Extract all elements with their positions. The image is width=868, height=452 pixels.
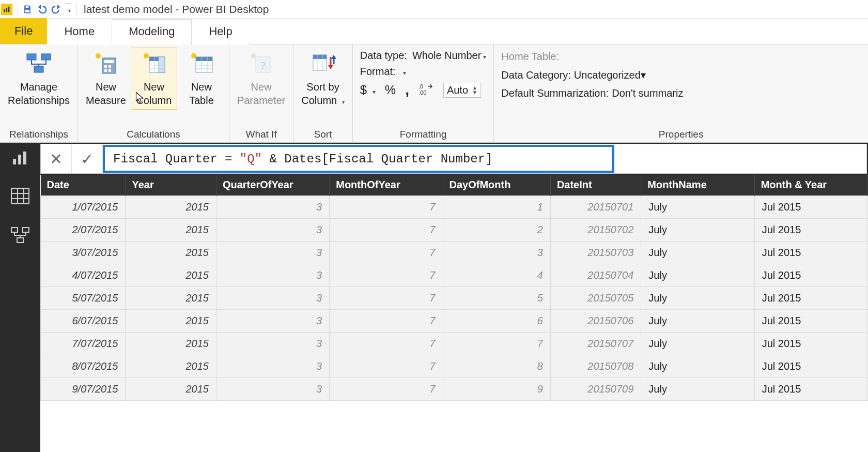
manage-relationships-button[interactable]: ManageRelationships	[4, 48, 73, 110]
col-header-monthyear[interactable]: Month & Year	[754, 175, 867, 195]
col-header-date[interactable]: Date	[41, 175, 126, 195]
cell-monthname[interactable]: July	[641, 309, 754, 332]
cell-monthname[interactable]: July	[641, 355, 754, 378]
cell-year[interactable]: 2015	[126, 195, 216, 218]
cell-monthyear[interactable]: Jul 2015	[754, 264, 867, 287]
col-header-monthofyear[interactable]: MonthOfYear	[330, 175, 443, 195]
new-parameter-button[interactable]: ? NewParameter	[234, 48, 289, 110]
model-view-button[interactable]	[7, 223, 33, 247]
cell-monthyear[interactable]: Jul 2015	[754, 218, 867, 241]
cell-monthname[interactable]: July	[641, 218, 754, 241]
cell-date[interactable]: 5/07/2015	[41, 287, 126, 309]
cell-date[interactable]: 2/07/2015	[41, 218, 126, 241]
cell-dateint[interactable]: 20150706	[550, 309, 641, 332]
cell-monthyear[interactable]: Jul 2015	[754, 241, 867, 264]
cell-monthyear[interactable]: Jul 2015	[754, 309, 867, 332]
cell-monthyear[interactable]: Jul 2015	[754, 287, 867, 309]
cell-monthname[interactable]: July	[641, 241, 754, 264]
cell-month[interactable]: 7	[330, 264, 443, 287]
tab-home[interactable]: Home	[47, 19, 112, 44]
data-grid[interactable]: Date Year QuarterOfYear MonthOfYear DayO…	[40, 175, 868, 452]
percent-button[interactable]: %	[385, 83, 396, 97]
cell-monthname[interactable]: July	[641, 264, 754, 287]
cell-quarter[interactable]: 3	[216, 332, 329, 355]
cell-dateint[interactable]: 20150708	[550, 355, 641, 378]
table-row[interactable]: 4/07/2015201537420150704JulyJul 2015	[41, 264, 868, 287]
redo-button[interactable]	[49, 2, 64, 17]
format-dropdown[interactable]: ▾	[401, 66, 406, 78]
cell-month[interactable]: 7	[330, 218, 443, 241]
cell-quarter[interactable]: 3	[216, 287, 329, 309]
cell-quarter[interactable]: 3	[216, 355, 329, 378]
cell-monthyear[interactable]: Jul 2015	[754, 195, 867, 218]
qat-customize-button[interactable]	[64, 2, 74, 17]
cell-quarter[interactable]: 3	[216, 378, 329, 400]
cell-month[interactable]: 7	[330, 378, 443, 400]
cell-date[interactable]: 4/07/2015	[41, 264, 126, 287]
cell-date[interactable]: 8/07/2015	[41, 355, 126, 378]
cell-date[interactable]: 9/07/2015	[41, 378, 126, 400]
cell-year[interactable]: 2015	[126, 241, 216, 264]
cell-dateint[interactable]: 20150707	[550, 332, 641, 355]
decimal-places-input[interactable]: Auto ▲▼	[443, 83, 481, 98]
cell-year[interactable]: 2015	[126, 309, 216, 332]
cell-monthname[interactable]: July	[641, 332, 754, 355]
cell-quarter[interactable]: 3	[216, 195, 329, 218]
formula-cancel-button[interactable]: ✕	[41, 144, 72, 173]
cell-day[interactable]: 3	[443, 241, 550, 264]
table-row[interactable]: 8/07/2015201537820150708JulyJul 2015	[41, 355, 868, 378]
col-header-monthname[interactable]: MonthName	[641, 175, 754, 195]
cell-date[interactable]: 1/07/2015	[41, 195, 126, 218]
cell-year[interactable]: 2015	[126, 264, 216, 287]
cell-date[interactable]: 6/07/2015	[41, 309, 126, 332]
cell-month[interactable]: 7	[330, 287, 443, 309]
table-row[interactable]: 9/07/2015201537920150709JulyJul 2015	[41, 378, 868, 400]
cell-day[interactable]: 4	[443, 264, 550, 287]
cell-dateint[interactable]: 20150704	[550, 264, 641, 287]
cell-quarter[interactable]: 3	[216, 309, 329, 332]
report-view-button[interactable]	[7, 146, 33, 171]
cell-monthyear[interactable]: Jul 2015	[754, 355, 867, 378]
cell-monthname[interactable]: July	[641, 378, 754, 400]
cell-quarter[interactable]: 3	[216, 264, 329, 287]
cell-month[interactable]: 7	[330, 309, 443, 332]
data-view-button[interactable]	[7, 184, 33, 208]
formula-commit-button[interactable]: ✓	[72, 144, 103, 173]
cell-monthname[interactable]: July	[641, 195, 754, 218]
table-row[interactable]: 3/07/2015201537320150703JulyJul 2015	[41, 241, 868, 264]
col-header-dayofmonth[interactable]: DayOfMonth	[443, 175, 550, 195]
cell-year[interactable]: 2015	[126, 218, 216, 241]
data-type-dropdown[interactable]: Whole Number▾	[412, 50, 486, 62]
thousands-button[interactable]: ,	[405, 82, 409, 98]
currency-button[interactable]: $ ▾	[360, 83, 376, 97]
sort-by-column-button[interactable]: Sort byColumn	[298, 48, 348, 110]
save-button[interactable]	[20, 2, 35, 17]
cell-year[interactable]: 2015	[126, 355, 216, 378]
table-row[interactable]: 2/07/2015201537220150702JulyJul 2015	[41, 218, 868, 241]
table-row[interactable]: 6/07/2015201537620150706JulyJul 2015	[41, 309, 868, 332]
default-summarization-dropdown[interactable]: Don't summariz	[612, 87, 683, 99]
formula-input[interactable]: Fiscal Quarter = "Q" & Dates[Fiscal Quar…	[103, 145, 614, 173]
cell-month[interactable]: 7	[330, 241, 443, 264]
cell-day[interactable]: 5	[443, 287, 550, 309]
cell-year[interactable]: 2015	[126, 287, 216, 309]
cell-dateint[interactable]: 20150702	[550, 218, 641, 241]
tab-help[interactable]: Help	[192, 19, 249, 44]
cell-day[interactable]: 2	[443, 218, 550, 241]
table-row[interactable]: 7/07/2015201537720150707JulyJul 2015	[41, 332, 868, 355]
cell-monthyear[interactable]: Jul 2015	[754, 332, 867, 355]
tab-file[interactable]: File	[0, 18, 47, 44]
col-header-quarterofyear[interactable]: QuarterOfYear	[216, 175, 329, 195]
cell-dateint[interactable]: 20150701	[550, 195, 641, 218]
cell-day[interactable]: 8	[443, 355, 550, 378]
cell-day[interactable]: 7	[443, 332, 550, 355]
col-header-dateint[interactable]: DateInt	[550, 175, 641, 195]
cell-day[interactable]: 1	[443, 195, 550, 218]
cell-day[interactable]: 9	[443, 378, 550, 400]
table-row[interactable]: 1/07/2015201537120150701JulyJul 2015	[41, 195, 868, 218]
cell-dateint[interactable]: 20150709	[550, 378, 641, 400]
spinner[interactable]: ▲▼	[472, 85, 477, 95]
cell-quarter[interactable]: 3	[216, 241, 329, 264]
cell-year[interactable]: 2015	[126, 332, 216, 355]
cell-dateint[interactable]: 20150703	[550, 241, 641, 264]
